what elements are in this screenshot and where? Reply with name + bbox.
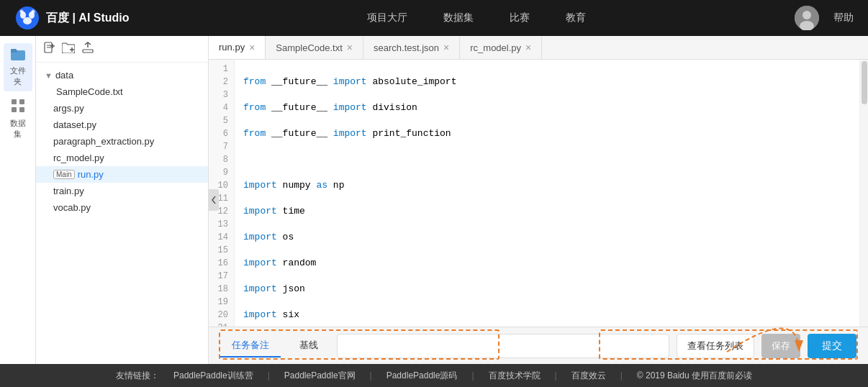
bottom-section: 任务备注 基线 查看任务列表 保存 提交 [209, 327, 868, 364]
upload-icon[interactable] [82, 42, 94, 56]
editor-area: run.py × SampleCode.txt × search.test.js… [209, 36, 868, 364]
svg-point-3 [23, 17, 32, 24]
main-tag: Main [53, 170, 75, 179]
filename: vocab.py [53, 202, 91, 213]
filename: SampleCode.txt [56, 86, 123, 97]
view-tasks-button[interactable]: 查看任务列表 [677, 334, 754, 358]
code-editor[interactable]: 1234 5678 9101112 13141516 17181920 2122… [209, 60, 859, 327]
footer-prefix: 友情链接： [116, 370, 159, 382]
svg-point-4 [20, 10, 24, 14]
task-notes-input[interactable] [337, 334, 669, 358]
tab-notes[interactable]: 任务备注 [220, 334, 281, 358]
grid-icon [11, 99, 25, 117]
files-label: 文件夹 [6, 65, 30, 87]
filename: paragraph_extraction.py [53, 136, 154, 147]
svg-rect-13 [19, 99, 24, 104]
file-args[interactable]: args.py [36, 100, 208, 117]
footer-link-paddleofficial[interactable]: PaddlePaddle官网 [284, 370, 356, 382]
file-run[interactable]: Main run.py [36, 166, 208, 183]
scrollbar-thumb [862, 61, 867, 104]
close-tab-icon[interactable]: × [249, 42, 255, 53]
file-samplecode[interactable]: SampleCode.txt [36, 83, 208, 100]
file-paragraph[interactable]: paragraph_extraction.py [36, 133, 208, 150]
tab-label: SampleCode.txt [276, 42, 343, 53]
code-content: from __future__ import absolute_import f… [235, 60, 859, 327]
folder-name: data [55, 70, 73, 81]
logo: 百度 | AI Studio [14, 5, 130, 31]
file-dataset[interactable]: dataset.py [36, 117, 208, 133]
scrollbar[interactable] [859, 60, 868, 327]
tab-label: rc_model.py [470, 42, 521, 53]
svg-point-5 [32, 10, 35, 14]
nav-item-education[interactable]: 教育 [566, 12, 586, 24]
filename: args.py [53, 103, 84, 114]
nav-item-datasets[interactable]: 数据集 [443, 12, 474, 24]
svg-rect-15 [19, 107, 24, 112]
topnav-right: 帮助 [795, 6, 854, 30]
footer-sep: | [268, 370, 270, 381]
footer-link-baiduyun[interactable]: 百度效云 [571, 370, 606, 382]
footer-copyright: © 2019 Baidu 使用百度前必读 [637, 370, 752, 382]
svg-rect-23 [83, 50, 93, 53]
datasets-label: 数据集 [6, 118, 30, 140]
footer-sep5: | [620, 370, 623, 381]
folder-data[interactable]: ▼ data [36, 67, 208, 83]
filename: dataset.py [53, 119, 96, 130]
close-tab-icon[interactable]: × [347, 42, 353, 53]
sidebar-icons: 文件夹 数据集 [0, 36, 36, 364]
svg-rect-12 [12, 99, 17, 104]
nav-item-competition[interactable]: 比赛 [510, 12, 530, 24]
close-tab-icon[interactable]: × [443, 42, 449, 53]
footer-sep4: | [555, 370, 557, 381]
footer-sep3: | [471, 370, 474, 381]
new-file-icon[interactable] [43, 42, 55, 56]
collapse-panel-handle[interactable] [209, 189, 219, 211]
main-navigation: 项目大厅 数据集 比赛 教育 [158, 12, 795, 24]
bottom-bar: 任务备注 基线 查看任务列表 保存 提交 [209, 327, 868, 364]
file-tree-panel: ▼ data SampleCode.txt args.py dataset.py… [36, 36, 209, 364]
save-button[interactable]: 保存 [761, 334, 800, 358]
footer-link-paddlesrc[interactable]: PaddlePaddle源码 [386, 370, 458, 382]
footer: 友情链接： PaddlePaddle训练营 | PaddlePaddle官网 |… [0, 364, 868, 387]
tab-label: search.test.json [374, 42, 439, 53]
logo-text: 百度 | AI Studio [46, 11, 130, 26]
top-navigation: 百度 | AI Studio 项目大厅 数据集 比赛 教育 帮助 [0, 0, 868, 36]
filename: train.py [53, 186, 84, 196]
help-link[interactable]: 帮助 [833, 12, 854, 24]
tab-run-py[interactable]: run.py × [209, 36, 266, 60]
baidu-logo-icon [14, 5, 40, 31]
close-tab-icon[interactable]: × [525, 42, 531, 53]
tab-label: run.py [219, 42, 245, 53]
editor-tabs: run.py × SampleCode.txt × search.test.js… [209, 36, 868, 60]
new-folder-icon[interactable] [62, 42, 75, 56]
filename: run.py [78, 169, 104, 180]
user-avatar[interactable] [795, 6, 819, 30]
tab-search-json[interactable]: search.test.json × [363, 37, 460, 59]
main-area: 文件夹 数据集 ▼ data Sa [0, 36, 868, 364]
svg-rect-14 [12, 107, 17, 112]
footer-link-baidutechacademy[interactable]: 百度技术学院 [489, 370, 541, 382]
sidebar-item-datasets[interactable]: 数据集 [4, 94, 32, 144]
footer-link-paddlecamp[interactable]: PaddlePaddle训练营 [173, 370, 253, 382]
nav-item-projects[interactable]: 项目大厅 [367, 12, 407, 24]
sidebar-item-files[interactable]: 文件夹 [4, 43, 32, 91]
svg-rect-11 [11, 49, 17, 52]
footer-sep2: | [370, 370, 372, 381]
filename: rc_model.py [53, 152, 104, 163]
folder-arrow-icon: ▼ [45, 71, 53, 80]
avatar-icon [795, 6, 819, 30]
tab-rcmodel[interactable]: rc_model.py × [460, 37, 542, 59]
file-train[interactable]: train.py [36, 183, 208, 199]
file-vocab[interactable]: vocab.py [36, 199, 208, 216]
file-tree-toolbar [36, 36, 208, 63]
submit-button[interactable]: 提交 [808, 334, 856, 358]
tab-baseline[interactable]: 基线 [288, 334, 330, 358]
file-tree-body: ▼ data SampleCode.txt args.py dataset.py… [36, 63, 208, 364]
tab-samplecode[interactable]: SampleCode.txt × [266, 37, 363, 59]
file-rcmodel[interactable]: rc_model.py [36, 150, 208, 166]
svg-point-7 [803, 11, 811, 19]
folder-icon [11, 47, 25, 64]
